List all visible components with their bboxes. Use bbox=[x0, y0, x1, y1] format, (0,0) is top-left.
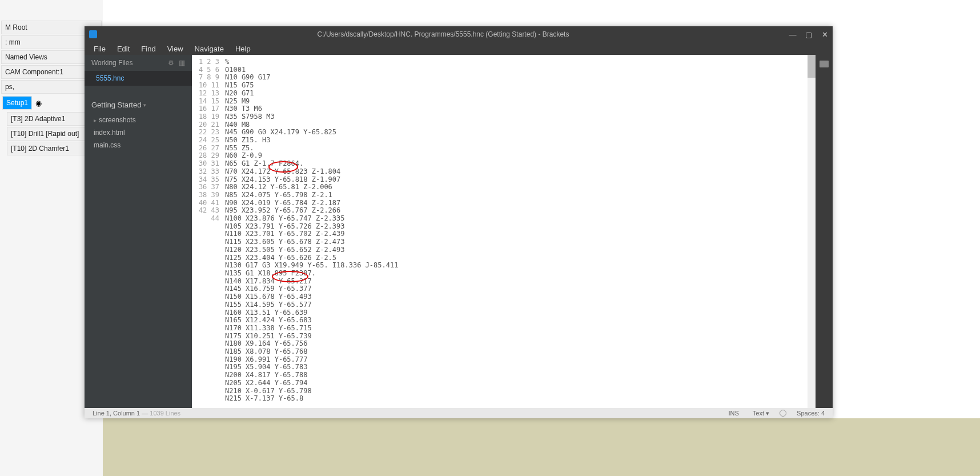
folder-screenshots[interactable]: ▸screenshots bbox=[85, 114, 192, 126]
cursor-position[interactable]: Line 1, Column 1 bbox=[93, 410, 140, 417]
working-files-header[interactable]: Working Files ⚙ ▥ bbox=[85, 55, 192, 71]
folder-label: screenshots bbox=[99, 116, 136, 124]
working-file-item[interactable]: 5555.hnc bbox=[85, 71, 192, 86]
radio-icon[interactable]: ◉ bbox=[35, 99, 42, 107]
menu-navigate[interactable]: Navigate bbox=[189, 43, 230, 54]
menu-edit[interactable]: Edit bbox=[111, 43, 135, 54]
menu-help[interactable]: Help bbox=[230, 43, 256, 54]
menu-view[interactable]: View bbox=[162, 43, 189, 54]
file-index-html[interactable]: index.html bbox=[85, 126, 192, 139]
project-name: Getting Started bbox=[91, 101, 141, 109]
file-main-css[interactable]: main.css bbox=[85, 139, 192, 151]
menu-find[interactable]: Find bbox=[135, 43, 161, 54]
close-button[interactable]: ✕ bbox=[817, 30, 833, 39]
chevron-right-icon: ▸ bbox=[94, 117, 97, 123]
vertical-scrollbar[interactable] bbox=[808, 55, 816, 408]
background-cad-canvas bbox=[0, 418, 980, 476]
chevron-down-icon: ▾ bbox=[143, 102, 146, 108]
brackets-logo-icon bbox=[89, 30, 97, 38]
menu-file[interactable]: File bbox=[88, 43, 111, 54]
line-count: 1039 Lines bbox=[150, 410, 180, 417]
window-title: C:/Users/dscally/Desktop/HNC. Programmes… bbox=[102, 30, 785, 38]
statusbar: Line 1, Column 1 — 1039 Lines INS Text ▾… bbox=[85, 408, 833, 418]
language-label: Text bbox=[753, 410, 764, 417]
maximize-button[interactable]: ▢ bbox=[801, 30, 817, 39]
indent-setting[interactable]: Spaces: 4 bbox=[793, 410, 828, 417]
language-mode[interactable]: Text ▾ bbox=[749, 410, 773, 417]
insert-mode[interactable]: INS bbox=[725, 410, 742, 417]
extension-manager-icon[interactable] bbox=[820, 61, 829, 67]
scrollbar-thumb[interactable] bbox=[808, 55, 816, 78]
code-content[interactable]: % O1001 N10 G90 G17 N15 G75 N20 G71 N25 … bbox=[223, 55, 816, 408]
split-icon[interactable]: ▥ bbox=[179, 59, 185, 67]
project-dropdown[interactable]: Getting Started ▾ bbox=[85, 96, 192, 114]
extension-rail bbox=[816, 55, 833, 408]
tree-setup-selected[interactable]: Setup1 bbox=[2, 96, 32, 110]
working-files-label: Working Files bbox=[91, 59, 132, 67]
linting-status-icon[interactable] bbox=[780, 410, 786, 417]
minimize-button[interactable]: — bbox=[785, 30, 801, 39]
line-number-gutter: 1 2 3 4 5 6 7 8 9 10 11 12 13 14 15 16 1… bbox=[192, 55, 223, 408]
menubar: File Edit Find View Navigate Help bbox=[85, 42, 833, 55]
brackets-editor-window: C:/Users/dscally/Desktop/HNC. Programmes… bbox=[85, 26, 833, 418]
gear-icon[interactable]: ⚙ bbox=[168, 59, 174, 67]
code-editor[interactable]: 1 2 3 4 5 6 7 8 9 10 11 12 13 14 15 16 1… bbox=[192, 55, 816, 408]
sidebar: Working Files ⚙ ▥ 5555.hnc Getting Start… bbox=[85, 55, 192, 408]
titlebar[interactable]: C:/Users/dscally/Desktop/HNC. Programmes… bbox=[85, 26, 833, 42]
